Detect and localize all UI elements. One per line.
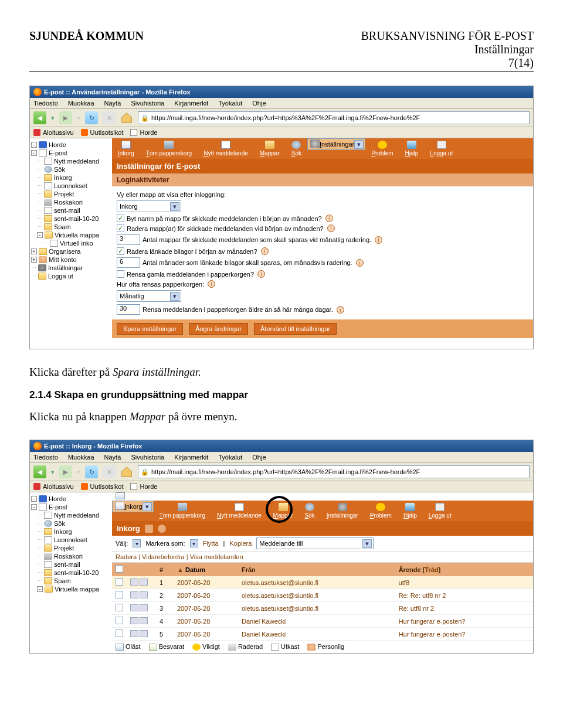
sidebar-item[interactable]: ⋯Nytt meddeland bbox=[31, 511, 111, 519]
url-bar[interactable]: 🔒 https://mail.inga.fi/new-horde/index.p… bbox=[138, 465, 530, 478]
sidebar-item[interactable]: +Mitt konto bbox=[31, 256, 111, 264]
row-subject[interactable]: Hur fungerar e-posten? bbox=[395, 615, 533, 628]
topnav-item[interactable]: Nytt meddelande bbox=[198, 138, 254, 159]
col-subject[interactable]: Ärende [Tråd] bbox=[395, 563, 533, 576]
row-checkbox[interactable] bbox=[116, 591, 123, 598]
topnav-item[interactable]: Inställningar bbox=[321, 501, 364, 521]
info-icon[interactable]: i bbox=[325, 215, 333, 222]
sidebar-item[interactable]: ⋯sent-mail-10-20 bbox=[31, 215, 111, 223]
menu-help[interactable]: Ohje bbox=[252, 454, 266, 461]
sidebar-item[interactable]: ⋯sent-mail bbox=[31, 560, 111, 569]
topnav-item[interactable]: Logga ut bbox=[423, 501, 457, 521]
sidebar-item[interactable]: ⋯Luonnokset bbox=[31, 182, 111, 190]
topnav-item[interactable]: Logga ut bbox=[424, 138, 459, 159]
info-icon[interactable]: i bbox=[261, 247, 269, 255]
menu-bookmarks[interactable]: Kirjanmerkit bbox=[174, 100, 208, 107]
back-dropdown[interactable]: ▾ bbox=[51, 114, 55, 122]
sidebar-tree[interactable]: -Horde-E-post⋯Nytt meddeland⋯Sök⋯Inkorg⋯… bbox=[30, 492, 112, 653]
sidebar-tree[interactable]: -Horde-E-post⋯Nytt meddeland⋯Sök⋯Inkorg⋯… bbox=[30, 138, 112, 349]
bookmark-home[interactable]: Aloitussivu bbox=[33, 129, 74, 136]
row-subject[interactable]: Hur fungerar e-posten? bbox=[395, 628, 533, 641]
table-row[interactable]: 12007-06-20oletus.asetukset@siuntio.fiut… bbox=[112, 576, 533, 589]
sidebar-item[interactable]: -E-post bbox=[31, 503, 111, 511]
reload-button[interactable]: ↻ bbox=[85, 111, 98, 124]
tree-expander[interactable]: - bbox=[31, 496, 37, 502]
sidebar-item[interactable]: ⋯Roskakori bbox=[31, 552, 111, 560]
sidebar-item[interactable]: ⋯Spam bbox=[31, 223, 111, 231]
menu-edit[interactable]: Muokkaa bbox=[68, 100, 94, 107]
topnav-item[interactable]: Mappar bbox=[254, 138, 286, 159]
bookmark-news[interactable]: Uutisotsikot bbox=[81, 129, 124, 136]
delete-attachments-checkbox[interactable]: ✓ bbox=[117, 247, 124, 255]
sidebar-item[interactable]: ⋯Projekt bbox=[31, 544, 111, 552]
info-icon[interactable]: i bbox=[337, 306, 344, 314]
tree-expander[interactable]: + bbox=[31, 257, 37, 263]
topnav-item[interactable]: Nytt meddelande bbox=[211, 501, 267, 521]
sidebar-item[interactable]: ⋯Inkorg bbox=[31, 174, 111, 182]
forward-link[interactable]: Vidarebefordra bbox=[142, 553, 185, 560]
info-icon[interactable]: i bbox=[356, 259, 364, 267]
topnav-item[interactable]: Hjälp bbox=[399, 138, 425, 159]
topnav-item[interactable]: Problem bbox=[364, 501, 398, 521]
row-from[interactable]: oletus.asetukset@siuntio.fi bbox=[238, 602, 395, 615]
menu-history[interactable]: Sivuhistoria bbox=[131, 454, 164, 461]
menu-view[interactable]: Näytä bbox=[104, 100, 121, 107]
back-dropdown[interactable]: ▾ bbox=[51, 468, 55, 476]
sidebar-item[interactable]: -Virtuella mappa bbox=[31, 231, 111, 239]
refresh-icon[interactable] bbox=[145, 525, 153, 533]
table-row[interactable]: 52007-06-28Daniel KaweckiHur fungerar e-… bbox=[112, 628, 533, 641]
row-from[interactable]: Daniel Kawecki bbox=[238, 615, 395, 628]
tree-expander[interactable]: + bbox=[31, 249, 37, 254]
sidebar-item[interactable]: ⋯Nytt meddeland bbox=[31, 157, 111, 165]
menu-file[interactable]: Tiedosto bbox=[33, 100, 58, 107]
menu-file[interactable]: Tiedosto bbox=[33, 454, 58, 461]
sidebar-item[interactable]: ⋯sent-mail bbox=[31, 206, 111, 215]
col-num[interactable]: # bbox=[156, 563, 174, 576]
sidebar-item[interactable]: ⋯Luonnokset bbox=[31, 536, 111, 544]
delete-sent-checkbox[interactable]: ✓ bbox=[117, 224, 124, 232]
undo-button[interactable]: Ångra ändringar bbox=[189, 323, 248, 335]
select-dropdown[interactable]: ▾ bbox=[133, 539, 141, 547]
col-from[interactable]: Från bbox=[238, 563, 395, 576]
menu-edit[interactable]: Muokkaa bbox=[68, 454, 94, 461]
col-date[interactable]: ▲ Datum bbox=[174, 563, 238, 576]
tree-expander[interactable]: - bbox=[31, 150, 37, 156]
sidebar-item[interactable]: -Horde bbox=[31, 141, 111, 149]
row-from[interactable]: oletus.asetukset@siuntio.fi bbox=[238, 589, 395, 602]
topnav-item[interactable]: Sök bbox=[299, 501, 321, 521]
purge-days-input[interactable]: 30 bbox=[117, 304, 140, 315]
menu-tools[interactable]: Työkalut bbox=[218, 100, 242, 107]
sidebar-item[interactable]: -Horde bbox=[31, 495, 111, 503]
topnav-item[interactable]: Töm papperskorg bbox=[154, 501, 211, 521]
info-icon[interactable]: i bbox=[257, 270, 265, 278]
sidebar-item[interactable]: ⋯Inkorg bbox=[31, 528, 111, 536]
rename-sent-checkbox[interactable]: ✓ bbox=[117, 215, 124, 222]
view-after-login-select[interactable]: Inkorg bbox=[117, 200, 181, 212]
refresh-icon[interactable] bbox=[116, 492, 125, 499]
markas-dropdown[interactable]: ▾ bbox=[190, 539, 198, 547]
purge-freq-select[interactable]: Månatlig bbox=[117, 290, 181, 302]
home-button[interactable] bbox=[120, 465, 133, 478]
tree-expander[interactable]: - bbox=[37, 232, 43, 238]
bookmark-news[interactable]: Uutisotsikot bbox=[81, 483, 124, 490]
back-button[interactable]: ◄ bbox=[33, 111, 46, 124]
info-icon[interactable]: i bbox=[208, 280, 215, 288]
bookmark-horde[interactable]: Horde bbox=[130, 483, 157, 490]
keep-folders-input[interactable]: 3 bbox=[117, 234, 140, 245]
delete-link[interactable]: Radera bbox=[116, 553, 137, 560]
select-all-checkbox[interactable] bbox=[116, 565, 123, 573]
move-link[interactable]: Flytta bbox=[203, 540, 219, 547]
search-icon[interactable] bbox=[158, 525, 166, 533]
row-subject[interactable]: utf8 bbox=[395, 576, 533, 589]
tree-expander[interactable]: - bbox=[31, 504, 37, 510]
topnav-item[interactable]: Sök bbox=[286, 138, 307, 159]
destination-select[interactable]: Meddelande till bbox=[256, 538, 374, 549]
row-subject[interactable]: Re: Re: utf8 nr 2 bbox=[395, 589, 533, 602]
menu-bookmarks[interactable]: Kirjanmerkit bbox=[174, 454, 208, 461]
table-row[interactable]: 42007-06-28Daniel KaweckiHur fungerar e-… bbox=[112, 615, 533, 628]
sidebar-item[interactable]: -E-post bbox=[31, 149, 111, 157]
menu-tools[interactable]: Työkalut bbox=[218, 454, 242, 461]
browser-menubar[interactable]: Tiedosto Muokkaa Näytä Sivuhistoria Kirj… bbox=[30, 98, 533, 109]
sidebar-item[interactable]: ⋯Sök bbox=[31, 519, 111, 528]
bookmark-horde[interactable]: Horde bbox=[130, 129, 157, 136]
